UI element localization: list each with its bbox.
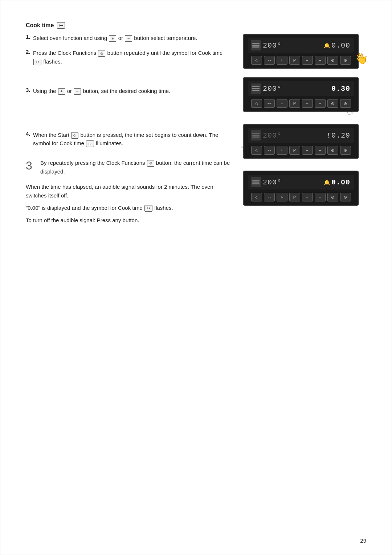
plus-icon-step3: +	[58, 88, 65, 95]
step-2-num: 2.	[26, 49, 31, 55]
btn-wave-1[interactable]: ≈	[277, 56, 287, 65]
svg-rect-10	[252, 181, 260, 183]
btn-fan-2[interactable]: ~~	[264, 99, 275, 108]
svg-rect-5	[252, 90, 260, 91]
btn-cancel-4[interactable]: ⊘	[340, 193, 351, 201]
time-display-2: 0.30	[331, 85, 350, 93]
temp-display-3: 200°	[263, 131, 282, 140]
time-display-3: 0.29	[331, 131, 350, 140]
btn-clock-1[interactable]: ⊙	[327, 56, 338, 65]
step-4-num: 4.	[26, 131, 31, 137]
btn-minus-3[interactable]: −	[302, 146, 313, 155]
btn-p-1[interactable]: P	[289, 56, 300, 65]
step-3-text: Using the + or − button, set the desired…	[33, 87, 170, 95]
cooktime-header-icon: ↦	[57, 22, 65, 29]
btn-plus-2[interactable]: +	[315, 99, 326, 108]
step3-row: 3 By repeatedly pressing the Clock Funct…	[26, 159, 232, 176]
btn-clock-3[interactable]: ⊙	[327, 146, 338, 155]
oven-panel-1: 200° 🔔 0.00 ◇ ~~ ≈ P − + ⊙	[243, 34, 366, 69]
screen-3: 200° ! 0.29	[248, 128, 354, 143]
step-2-text: Press the Clock Functions ⊙ button repea…	[33, 49, 232, 66]
page-number: 29	[360, 538, 366, 544]
time-display-1: 0.00	[331, 41, 350, 50]
cooktime-icon-step2: ↦	[33, 59, 41, 65]
bell-icon-4: 🔔	[324, 179, 330, 185]
buttons-row-1: ◇ ~~ ≈ P − + ⊙ ⊘	[248, 55, 354, 65]
step-2: 2. Press the Clock Functions ⊙ button re…	[26, 49, 232, 66]
btn-plus-1[interactable]: +	[315, 56, 326, 65]
btn-clock-4[interactable]: ⊙	[327, 193, 338, 201]
note-3: To turn off the audible signal: Press an…	[26, 216, 232, 225]
section-title: Cook time ↦	[26, 22, 366, 29]
oven-panel-4: 200° 🔔 0.00 ◇ ~~ ≈ P − + ⊙	[243, 171, 366, 206]
btn-cancel-1[interactable]: ⊘	[340, 56, 351, 65]
buttons-row-3: ◇ ~~ ≈ P − + ⊙ ⊘	[248, 145, 354, 155]
btn-start-2[interactable]: ◇	[251, 99, 262, 108]
btn-start-1[interactable]: ◇	[251, 56, 262, 65]
btn-wave-3[interactable]: ≈	[277, 146, 287, 155]
step-1-text: Select oven function and using + or − bu…	[33, 34, 197, 42]
seg-icon-4	[251, 177, 261, 187]
note-1: When the time has elapsed, an audible si…	[26, 183, 232, 200]
step-4: 4. When the Start ◇ button is pressed, t…	[26, 131, 232, 148]
svg-rect-2	[252, 46, 260, 48]
plus-icon: +	[109, 35, 116, 42]
minus-icon: −	[125, 35, 132, 42]
page: Cook time ↦ 1. Select oven function and …	[0, 0, 392, 555]
step-1-num: 1.	[26, 34, 31, 40]
btn-start-4[interactable]: ◇	[251, 193, 262, 201]
start-icon: ◇	[71, 132, 78, 139]
btn-cancel-3[interactable]: ⊘	[340, 146, 351, 155]
step-1: 1. Select oven function and using + or −…	[26, 34, 232, 42]
clock-functions-icon: ⊙	[98, 50, 105, 57]
svg-rect-1	[252, 45, 260, 46]
btn-start-3[interactable]: ◇	[251, 146, 262, 155]
btn-clock-2[interactable]: ⊙	[327, 99, 338, 108]
btn-plus-3[interactable]: +	[315, 146, 326, 155]
btn-wave-2[interactable]: ≈	[277, 99, 287, 108]
time-display-4: 0.00	[331, 178, 350, 187]
content-area: 1. Select oven function and using + or −…	[26, 34, 366, 230]
btn-fan-3[interactable]: ~~	[264, 146, 275, 155]
exclaim-3: !	[328, 132, 330, 139]
btn-plus-4[interactable]: +	[315, 193, 326, 201]
seg-icon-2	[251, 83, 261, 94]
btn-p-3[interactable]: P	[289, 146, 300, 155]
right-column: 200° 🔔 0.00 ◇ ~~ ≈ P − + ⊙	[243, 34, 366, 230]
bell-icon-1: 🔔	[324, 42, 330, 48]
step-3: 3. Using the + or − button, set the desi…	[26, 87, 232, 95]
clock-icon-step3: ⊙	[147, 160, 154, 167]
cooktime-icon-step4: ↦	[86, 140, 94, 147]
svg-rect-9	[252, 180, 260, 181]
title-text: Cook time	[26, 22, 54, 29]
step3-side-number: 3	[26, 159, 40, 172]
left-column: 1. Select oven function and using + or −…	[26, 34, 232, 230]
step-4-text: When the Start ◇ button is pressed, the …	[33, 131, 232, 148]
btn-minus-1[interactable]: −	[302, 56, 313, 65]
btn-p-4[interactable]: P	[289, 193, 300, 201]
oven-panel-3: 200° ! 0.29 ◇ ~~ ≈ P − + ⊙	[243, 124, 366, 159]
oven-display-1: 200° 🔔 0.00 ◇ ~~ ≈ P − + ⊙	[243, 34, 359, 69]
btn-p-2[interactable]: P	[289, 99, 300, 108]
step3-side-text: By repeatedly pressing the Clock Functio…	[40, 159, 232, 176]
oven-panel-2: 200° 0.30 ◇ ~~ ≈ P − + ⊙ ⊘	[243, 77, 366, 112]
btn-minus-4[interactable]: −	[302, 193, 313, 201]
temp-display-1: 200°	[263, 41, 282, 50]
btn-fan-1[interactable]: ~~	[264, 56, 275, 65]
buttons-row-4: ◇ ~~ ≈ P − + ⊙ ⊘	[248, 192, 354, 201]
screen-1: 200° 🔔 0.00	[248, 38, 354, 53]
notes-block: When the time has elapsed, an audible si…	[26, 183, 232, 225]
screen-2: 200° 0.30	[248, 81, 354, 96]
svg-rect-11	[252, 183, 260, 184]
btn-fan-4[interactable]: ~~	[264, 193, 275, 201]
oven-display-3: 200° ! 0.29 ◇ ~~ ≈ P − + ⊙	[243, 124, 359, 159]
note-2: "0.00" is displayed and the symbol for C…	[26, 204, 232, 212]
oven-display-2: 200° 0.30 ◇ ~~ ≈ P − + ⊙ ⊘	[243, 77, 359, 112]
seg-icon-3	[251, 130, 261, 140]
btn-minus-2[interactable]: −	[302, 99, 313, 108]
btn-wave-4[interactable]: ≈	[277, 193, 287, 201]
buttons-row-2: ◇ ~~ ≈ P − + ⊙ ⊘	[248, 98, 354, 108]
step-3-num: 3.	[26, 87, 31, 93]
svg-rect-3	[252, 86, 260, 87]
svg-rect-8	[252, 136, 260, 138]
